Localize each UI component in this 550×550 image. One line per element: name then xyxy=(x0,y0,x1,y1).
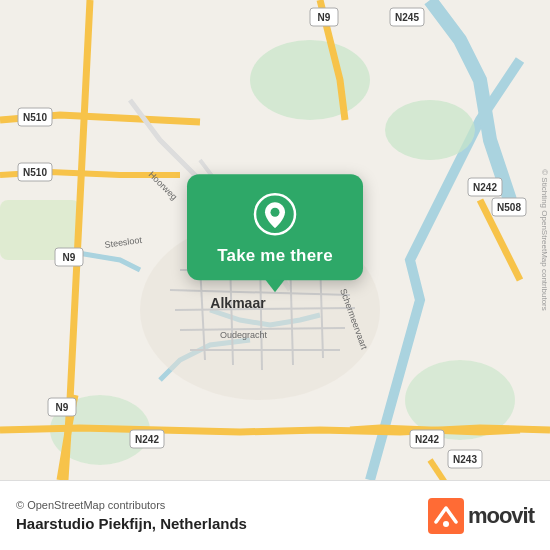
svg-text:N510: N510 xyxy=(23,167,47,178)
footer-info: © OpenStreetMap contributors Haarstudio … xyxy=(16,499,247,532)
svg-text:N508: N508 xyxy=(497,202,521,213)
svg-point-47 xyxy=(271,208,280,217)
map-area[interactable]: N9 N510 N510 N9 N9 N245 N242 N508 N242 N… xyxy=(0,0,550,480)
svg-text:N245: N245 xyxy=(395,12,419,23)
svg-text:N242: N242 xyxy=(135,434,159,445)
location-pin-icon xyxy=(253,192,297,236)
svg-rect-48 xyxy=(428,498,464,534)
svg-point-49 xyxy=(443,521,449,527)
take-me-there-button[interactable]: Take me there xyxy=(217,246,333,266)
svg-text:N242: N242 xyxy=(473,182,497,193)
moovit-icon xyxy=(428,498,464,534)
svg-text:N9: N9 xyxy=(318,12,331,23)
svg-point-2 xyxy=(385,100,475,160)
footer-bar: © OpenStreetMap contributors Haarstudio … xyxy=(0,480,550,550)
svg-text:Alkmaar: Alkmaar xyxy=(210,295,266,311)
moovit-logo-container: moovit xyxy=(428,498,534,534)
svg-text:N9: N9 xyxy=(56,402,69,413)
business-name: Haarstudio Piekfijn, Netherlands xyxy=(16,515,247,532)
svg-text:© Stichting OpenStreetMap cont: © Stichting OpenStreetMap contributors xyxy=(540,169,549,311)
svg-text:N243: N243 xyxy=(453,454,477,465)
copyright-text: © OpenStreetMap contributors xyxy=(16,499,247,511)
svg-point-1 xyxy=(250,40,370,120)
moovit-logo-text: moovit xyxy=(468,503,534,529)
svg-text:Oudegracht: Oudegracht xyxy=(220,330,268,340)
svg-text:N242: N242 xyxy=(415,434,439,445)
svg-text:N9: N9 xyxy=(63,252,76,263)
popup-card: Take me there xyxy=(187,174,363,280)
svg-text:N510: N510 xyxy=(23,112,47,123)
